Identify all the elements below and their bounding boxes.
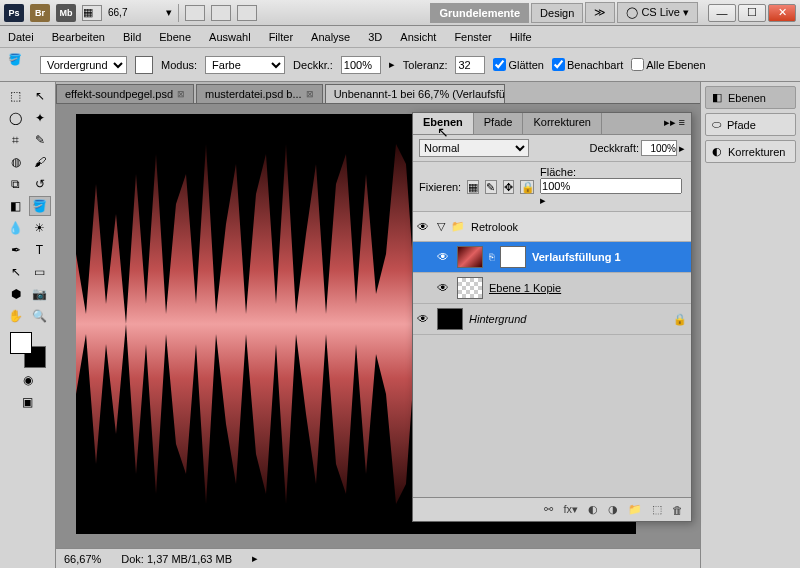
lasso-tool[interactable]: ◯ xyxy=(5,108,27,128)
3d-tool[interactable]: ⬢ xyxy=(5,284,27,304)
visibility-icon[interactable]: 👁 xyxy=(437,250,451,264)
trash-icon[interactable]: 🗑 xyxy=(672,504,683,516)
blur-tool[interactable]: 💧 xyxy=(5,218,27,238)
shape-tool[interactable]: ▭ xyxy=(29,262,51,282)
path-tool[interactable]: ↖ xyxy=(5,262,27,282)
heal-tool[interactable]: ◍ xyxy=(5,152,27,172)
panel-btn-ebenen[interactable]: ◧Ebenen xyxy=(705,86,796,109)
extras-icon[interactable] xyxy=(237,5,257,21)
panel-menu-icon[interactable]: ▸▸ ≡ xyxy=(658,113,691,134)
bridge-icon[interactable]: Br xyxy=(30,4,50,22)
maximize-button[interactable]: ☐ xyxy=(738,4,766,22)
eraser-tool[interactable]: ◧ xyxy=(5,196,27,216)
menu-ansicht[interactable]: Ansicht xyxy=(400,31,436,43)
move-tool[interactable]: ⬚ xyxy=(5,86,27,106)
wand-tool[interactable]: ✦ xyxy=(29,108,51,128)
eyedropper-tool[interactable]: ✎ xyxy=(29,130,51,150)
history-brush[interactable]: ↺ xyxy=(29,174,51,194)
lock-pixels-icon[interactable]: ✎ xyxy=(485,180,496,194)
opacity-input[interactable] xyxy=(341,56,381,74)
screen-mode[interactable]: ▣ xyxy=(17,392,39,412)
bucket-tool[interactable]: 🪣 xyxy=(29,196,51,216)
lp-tab-pfade[interactable]: Pfade xyxy=(474,113,524,134)
fx-icon[interactable]: fx▾ xyxy=(563,503,578,516)
type-tool[interactable]: T xyxy=(29,240,51,260)
menu-fenster[interactable]: Fenster xyxy=(454,31,491,43)
workspace-more[interactable]: ≫ xyxy=(585,2,615,23)
close-icon[interactable]: ⊠ xyxy=(177,89,185,99)
link-layers-icon[interactable]: ⚯ xyxy=(544,503,553,516)
hand-tool[interactable]: ✋ xyxy=(5,306,27,326)
workspace-design[interactable]: Design xyxy=(531,3,583,23)
layer-fill[interactable]: 👁 ⎘ Verlaufsfüllung 1 xyxy=(413,242,691,273)
mask-thumb[interactable] xyxy=(500,246,526,268)
menu-analyse[interactable]: Analyse xyxy=(311,31,350,43)
brush-tool[interactable]: 🖌 xyxy=(29,152,51,172)
lp-tab-korrekturen[interactable]: Korrekturen xyxy=(523,113,601,134)
menu-bearbeiten[interactable]: Bearbeiten xyxy=(52,31,105,43)
group-collapse-icon[interactable]: ▽ xyxy=(437,220,445,233)
pen-tool[interactable]: ✒ xyxy=(5,240,27,260)
minimize-button[interactable]: — xyxy=(708,4,736,22)
panel-btn-pfade[interactable]: ⬭Pfade xyxy=(705,113,796,136)
close-icon[interactable]: ⊠ xyxy=(306,89,314,99)
visibility-icon[interactable]: 👁 xyxy=(417,312,431,326)
mask-icon[interactable]: ◐ xyxy=(588,503,598,516)
lp-tab-ebenen[interactable]: Ebenen xyxy=(413,113,474,134)
layer-normal[interactable]: 👁 Ebene 1 Kopie xyxy=(413,273,691,304)
tolerance-input[interactable] xyxy=(455,56,485,74)
arrange-icon[interactable] xyxy=(185,5,205,21)
stamp-tool[interactable]: ⧉ xyxy=(5,174,27,194)
fill-source-select[interactable]: Vordergrund xyxy=(40,56,127,74)
layer-group[interactable]: 👁 ▽ 📁 Retrolook xyxy=(413,212,691,242)
all-layers-check[interactable]: Alle Ebenen xyxy=(631,58,705,71)
group-icon[interactable]: 📁 xyxy=(628,503,642,516)
layer-thumb[interactable] xyxy=(437,308,463,330)
status-zoom[interactable]: 66,67% xyxy=(64,553,101,565)
menu-3d[interactable]: 3D xyxy=(368,31,382,43)
contiguous-check[interactable]: Benachbart xyxy=(552,58,623,71)
adjustment-icon[interactable]: ◑ xyxy=(608,503,618,516)
visibility-icon[interactable]: 👁 xyxy=(417,220,431,234)
3d-cam-tool[interactable]: 📷 xyxy=(29,284,51,304)
panel-btn-korrekturen[interactable]: ◐Korrekturen xyxy=(705,140,796,163)
layer-background[interactable]: 👁 Hintergrund 🔒 xyxy=(413,304,691,335)
menu-bild[interactable]: Bild xyxy=(123,31,141,43)
layer-thumb[interactable] xyxy=(457,277,483,299)
menu-hilfe[interactable]: Hilfe xyxy=(510,31,532,43)
tab-2[interactable]: Unbenannt-1 bei 66,7% (Verlaufsfüllung 1… xyxy=(325,84,505,103)
layer-opacity-input[interactable] xyxy=(641,140,677,156)
visibility-icon[interactable]: 👁 xyxy=(437,281,451,295)
lock-all-icon[interactable]: 🔒 xyxy=(520,180,534,194)
menu-auswahl[interactable]: Auswahl xyxy=(209,31,251,43)
screen-mode-icon[interactable] xyxy=(211,5,231,21)
lock-position-icon[interactable]: ✥ xyxy=(503,180,514,194)
status-doc[interactable]: Dok: 1,37 MB/1,63 MB xyxy=(121,553,232,565)
lock-transparency-icon[interactable]: ▦ xyxy=(467,180,479,194)
color-swatches[interactable] xyxy=(10,332,46,368)
menu-ebene[interactable]: Ebene xyxy=(159,31,191,43)
title-zoom[interactable]: 66,7 xyxy=(108,7,160,18)
zoom-tool[interactable]: 🔍 xyxy=(29,306,51,326)
dodge-tool[interactable]: ☀ xyxy=(29,218,51,238)
tab-0[interactable]: effekt-soundpegel.psd⊠ xyxy=(56,84,194,103)
menu-datei[interactable]: Datei xyxy=(8,31,34,43)
workspace-essentials[interactable]: Grundelemente xyxy=(430,3,529,23)
mode-select[interactable]: Farbe xyxy=(205,56,285,74)
menu-filter[interactable]: Filter xyxy=(269,31,293,43)
cslive-button[interactable]: ◯ CS Live ▾ xyxy=(617,2,698,23)
pattern-swatch[interactable] xyxy=(135,56,153,74)
new-layer-icon[interactable]: ⬚ xyxy=(652,503,662,516)
crop-tool[interactable]: ⌗ xyxy=(5,130,27,150)
close-button[interactable]: ✕ xyxy=(768,4,796,22)
antialias-check[interactable]: Glätten xyxy=(493,58,543,71)
quick-mask[interactable]: ◉ xyxy=(17,370,39,390)
move-tool-arrow[interactable]: ↖ xyxy=(29,86,51,106)
fg-color[interactable] xyxy=(10,332,32,354)
blend-mode-select[interactable]: Normal xyxy=(419,139,529,157)
fill-input[interactable] xyxy=(540,178,682,194)
tab-1[interactable]: musterdatei.psd b...⊠ xyxy=(196,84,323,103)
mb-icon[interactable]: Mb xyxy=(56,4,76,22)
layer-thumb[interactable] xyxy=(457,246,483,268)
view-extras-icon[interactable]: ▦ xyxy=(82,5,102,21)
